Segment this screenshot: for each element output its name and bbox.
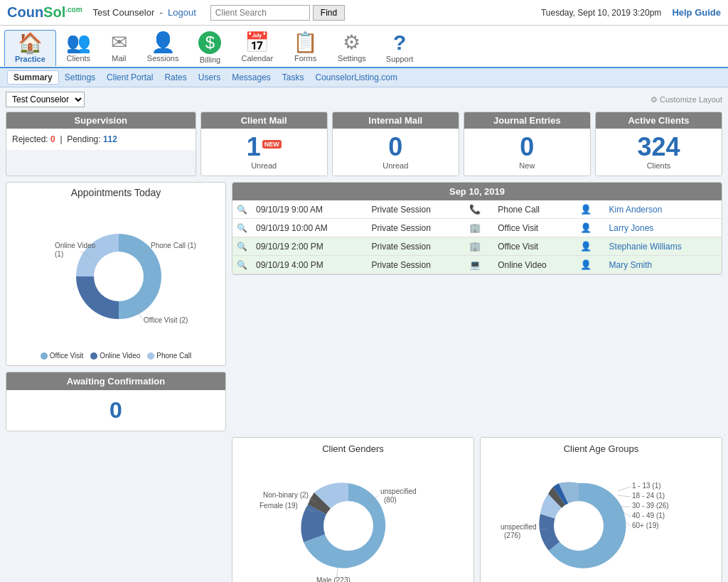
logout-link[interactable]: Logout bbox=[168, 7, 196, 18]
apt-visit-type: Online Video bbox=[493, 256, 576, 274]
counselor-select-area: Test Counselor bbox=[6, 92, 85, 107]
apt-type: Private Session bbox=[367, 256, 464, 274]
apt-visit-icon: 📞 bbox=[465, 200, 493, 219]
settings-icon: ⚙ bbox=[343, 33, 360, 53]
legend-phone-call: Phone Call bbox=[147, 352, 191, 360]
bottom-row: Client Genders Non-binary (2) bbox=[6, 437, 722, 582]
subnav-client-portal[interactable]: Client Portal bbox=[101, 71, 159, 84]
apt-datetime: 09/10/19 2:00 PM bbox=[252, 237, 367, 256]
nav-item-practice[interactable]: 🏠 Practice bbox=[4, 30, 56, 66]
nav-item-calendar[interactable]: 📅 Calendar bbox=[231, 30, 283, 65]
nav-item-mail[interactable]: ✉ Mail bbox=[101, 30, 137, 65]
donut-chart-svg: Online Video (1) Phone Call (1) Office V… bbox=[12, 205, 225, 347]
left-panel: Appointments Today bbox=[6, 182, 226, 431]
internal-mail-label: Unread bbox=[336, 161, 456, 170]
unspecified-val: (80) bbox=[384, 496, 397, 504]
nav-label-settings: Settings bbox=[338, 54, 366, 63]
table-row: 🔍 09/10/19 9:00 AM Private Session 📞 Pho… bbox=[232, 200, 722, 219]
main-grid: Appointments Today bbox=[6, 182, 722, 431]
male-label: Male (223) bbox=[316, 576, 350, 582]
age-60plus-label: 60+ (19) bbox=[632, 522, 659, 529]
apt-type: Private Session bbox=[367, 237, 464, 256]
line-1-13 bbox=[618, 487, 631, 491]
age-40-49-label: 40 - 49 (1) bbox=[632, 512, 665, 519]
appointments-donut-title: Appointments Today bbox=[6, 183, 225, 203]
legend-label-office-visit: Office Visit bbox=[50, 352, 83, 360]
find-button[interactable]: Find bbox=[313, 5, 345, 21]
subnav-users[interactable]: Users bbox=[193, 71, 226, 84]
supervision-header: Supervision bbox=[6, 112, 196, 129]
internal-mail-body: 0 Unread bbox=[333, 129, 459, 176]
apt-client-name[interactable]: Larry Jones bbox=[605, 219, 722, 237]
left-spacer bbox=[6, 437, 226, 582]
apt-search-icon[interactable]: 🔍 bbox=[232, 200, 252, 219]
nav-label-billing: Billing bbox=[200, 55, 220, 64]
pending-value[interactable]: 112 bbox=[103, 134, 117, 144]
appointments-legend: Office Visit Online Video Phone Call bbox=[12, 352, 220, 360]
nav-item-forms[interactable]: 📋 Forms bbox=[283, 30, 328, 65]
age-donut-hole bbox=[554, 501, 604, 551]
internal-mail-card: Internal Mail 0 Unread bbox=[332, 112, 459, 176]
apt-search-icon[interactable]: 🔍 bbox=[232, 237, 252, 256]
user-info: Test Counselor - Logout bbox=[93, 7, 196, 18]
apt-client-name[interactable]: Mary Smith bbox=[605, 256, 722, 274]
legend-dot-office-visit bbox=[41, 352, 48, 360]
apt-visit-type: Office Visit bbox=[493, 219, 576, 237]
sub-nav: Summary Settings Client Portal Rates Use… bbox=[0, 68, 728, 87]
stats-row: Supervision Rejected: 0 | Pending: 112 C… bbox=[6, 112, 722, 176]
active-clients-label: Clients bbox=[599, 161, 719, 170]
age-18-24-label: 18 - 24 (1) bbox=[632, 492, 665, 500]
search-input[interactable] bbox=[210, 5, 310, 21]
header: CounSol.com Test Counselor - Logout Find… bbox=[0, 0, 728, 26]
billing-icon: $ bbox=[198, 31, 221, 54]
subnav-tasks[interactable]: Tasks bbox=[277, 71, 310, 84]
subnav-summary[interactable]: Summary bbox=[7, 70, 59, 85]
top-bar: Test Counselor ⚙ Customize Layout bbox=[6, 92, 722, 107]
nav-item-billing[interactable]: $ Billing bbox=[188, 28, 231, 67]
nav-label-clients: Clients bbox=[67, 54, 91, 63]
nav-label-practice: Practice bbox=[15, 55, 46, 63]
donut-hole bbox=[94, 252, 144, 301]
awaiting-header: Awaiting Confirmation bbox=[6, 372, 225, 390]
content: Test Counselor ⚙ Customize Layout Superv… bbox=[0, 87, 728, 582]
apt-datetime: 09/10/19 10:00 AM bbox=[252, 219, 367, 237]
gender-chart-container: Non-binary (2) Female (19) unspecified (… bbox=[238, 458, 468, 582]
apt-search-icon[interactable]: 🔍 bbox=[232, 219, 252, 237]
client-mail-card: Client Mail 1NEW Unread bbox=[200, 112, 328, 176]
apt-search-icon[interactable]: 🔍 bbox=[232, 256, 252, 274]
nav-label-calendar: Calendar bbox=[241, 54, 273, 63]
nav-item-clients[interactable]: 👥 Clients bbox=[56, 30, 101, 65]
female-label: Female (19) bbox=[259, 502, 298, 510]
rejected-value[interactable]: 0 bbox=[50, 134, 55, 144]
appointments-table: 🔍 09/10/19 9:00 AM Private Session 📞 Pho… bbox=[232, 200, 722, 274]
active-clients-body: 324 Clients bbox=[596, 129, 722, 176]
nav-item-support[interactable]: ? Support bbox=[376, 29, 424, 66]
apt-client-icon: 👤 bbox=[576, 200, 604, 219]
counselor-dropdown[interactable]: Test Counselor bbox=[6, 92, 85, 107]
journal-entries-label: New bbox=[467, 161, 587, 170]
internal-mail-header: Internal Mail bbox=[333, 112, 459, 129]
apt-visit-type: Phone Call bbox=[493, 200, 576, 219]
nav-item-settings[interactable]: ⚙ Settings bbox=[328, 30, 376, 65]
apt-client-name[interactable]: Kim Anderson bbox=[605, 200, 722, 219]
label-office-visit: Office Visit (2) bbox=[144, 316, 188, 324]
subnav-counselorlisting[interactable]: CounselorListing.com bbox=[310, 71, 403, 84]
age-30-39-label: 30 - 39 (26) bbox=[632, 502, 669, 510]
customize-layout-link[interactable]: ⚙ Customize Layout bbox=[651, 95, 722, 104]
gender-chart-svg: Non-binary (2) Female (19) unspecified (… bbox=[238, 458, 459, 582]
unspecified-age-label: unspecified bbox=[500, 523, 537, 531]
supervision-body: Rejected: 0 | Pending: 112 bbox=[6, 129, 196, 150]
journal-entries-card: Journal Entries 0 New bbox=[464, 112, 591, 176]
apt-client-name[interactable]: Stephanie Williams bbox=[605, 237, 722, 256]
customize-label: Customize Layout bbox=[660, 95, 722, 104]
subnav-messages[interactable]: Messages bbox=[226, 71, 277, 84]
gender-chart-card: Client Genders Non-binary (2) bbox=[232, 437, 474, 582]
supervision-card: Supervision Rejected: 0 | Pending: 112 bbox=[6, 112, 196, 176]
subnav-settings[interactable]: Settings bbox=[59, 71, 101, 84]
legend-dot-phone-call bbox=[147, 352, 154, 360]
nav-label-forms: Forms bbox=[294, 54, 316, 63]
nav-label-support: Support bbox=[386, 55, 414, 63]
nav-item-sessions[interactable]: 👤 Sessions bbox=[137, 30, 189, 65]
subnav-rates[interactable]: Rates bbox=[159, 71, 192, 84]
help-guide-link[interactable]: Help Guide bbox=[672, 7, 721, 18]
